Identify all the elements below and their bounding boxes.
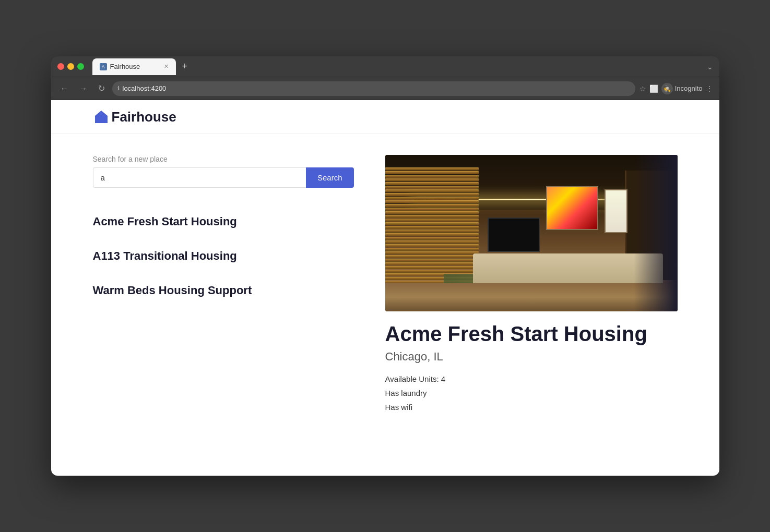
address-text: localhost:4200 bbox=[123, 84, 167, 92]
close-button[interactable] bbox=[57, 63, 64, 70]
browser-navbar: ← → ↻ ℹ localhost:4200 ☆ ⬜ 🕵 Incognito ⋮ bbox=[51, 77, 719, 100]
maximize-button[interactable] bbox=[77, 63, 84, 70]
back-button[interactable]: ← bbox=[57, 82, 72, 95]
new-tab-button[interactable]: + bbox=[178, 61, 192, 72]
artwork2-icon bbox=[605, 189, 628, 233]
app-header: Fairhouse bbox=[51, 100, 719, 134]
artwork-icon bbox=[546, 186, 599, 230]
active-tab[interactable]: A Fairhouse ✕ bbox=[92, 58, 176, 75]
tab-chevron-icon[interactable]: ⌄ bbox=[707, 63, 713, 71]
amenity-laundry: Has laundry bbox=[385, 386, 678, 400]
list-item: Warm Beds Housing Support bbox=[93, 273, 354, 308]
tab-title: Fairhouse bbox=[110, 63, 140, 70]
listing-link-2[interactable]: A113 Transitional Housing bbox=[93, 249, 237, 262]
address-bar[interactable]: ℹ localhost:4200 bbox=[112, 81, 635, 96]
incognito-icon: 🕵 bbox=[661, 83, 673, 94]
browser-titlebar: A Fairhouse ✕ + ⌄ bbox=[51, 56, 719, 77]
listing-link-1[interactable]: Acme Fresh Start Housing bbox=[93, 215, 237, 228]
incognito-badge: 🕵 Incognito bbox=[661, 83, 703, 94]
reload-button[interactable]: ↻ bbox=[95, 81, 108, 95]
minimize-button[interactable] bbox=[67, 63, 74, 70]
search-form: Search bbox=[93, 167, 354, 188]
property-title: Acme Fresh Start Housing bbox=[385, 322, 678, 346]
forward-button[interactable]: → bbox=[76, 82, 91, 95]
right-panel: Acme Fresh Start Housing Chicago, IL Ava… bbox=[385, 155, 678, 414]
search-button[interactable]: Search bbox=[306, 167, 354, 188]
property-image bbox=[385, 155, 678, 311]
bookmark-icon[interactable]: ☆ bbox=[639, 84, 646, 93]
logo-text: Fairhouse bbox=[112, 109, 176, 125]
tab-favicon-icon: A bbox=[100, 63, 107, 70]
browser-window: A Fairhouse ✕ + ⌄ ← → ↻ ℹ localhost:4200… bbox=[51, 56, 719, 476]
listing-list: Acme Fresh Start Housing A113 Transition… bbox=[93, 204, 354, 308]
amenity-wifi: Has wifi bbox=[385, 400, 678, 414]
info-icon: ℹ bbox=[117, 85, 120, 92]
main-layout: Search for a new place Search Acme Fresh… bbox=[51, 134, 719, 435]
listing-link-3[interactable]: Warm Beds Housing Support bbox=[93, 284, 252, 297]
dark-wall bbox=[634, 155, 678, 311]
incognito-label: Incognito bbox=[675, 84, 703, 92]
tab-close-button[interactable]: ✕ bbox=[164, 63, 169, 70]
page-content: Fairhouse Search for a new place Search … bbox=[51, 100, 719, 476]
property-details: Available Units: 4 Has laundry Has wifi bbox=[385, 372, 678, 414]
window-icon[interactable]: ⬜ bbox=[649, 84, 658, 93]
menu-icon[interactable]: ⋮ bbox=[706, 84, 713, 93]
svg-rect-0 bbox=[99, 119, 103, 123]
room-illustration bbox=[385, 155, 678, 311]
tv-icon bbox=[488, 217, 540, 252]
logo[interactable]: Fairhouse bbox=[93, 108, 176, 125]
list-item: Acme Fresh Start Housing bbox=[93, 204, 354, 239]
tab-bar: A Fairhouse ✕ + bbox=[92, 58, 703, 75]
search-input[interactable] bbox=[93, 167, 306, 188]
house-icon bbox=[93, 108, 110, 125]
nav-actions: ☆ ⬜ 🕵 Incognito ⋮ bbox=[639, 83, 713, 94]
property-location: Chicago, IL bbox=[385, 350, 678, 364]
search-label: Search for a new place bbox=[93, 155, 354, 163]
traffic-lights bbox=[57, 63, 84, 70]
available-units: Available Units: 4 bbox=[385, 372, 678, 386]
list-item: A113 Transitional Housing bbox=[93, 239, 354, 273]
left-panel: Search for a new place Search Acme Fresh… bbox=[93, 155, 354, 414]
